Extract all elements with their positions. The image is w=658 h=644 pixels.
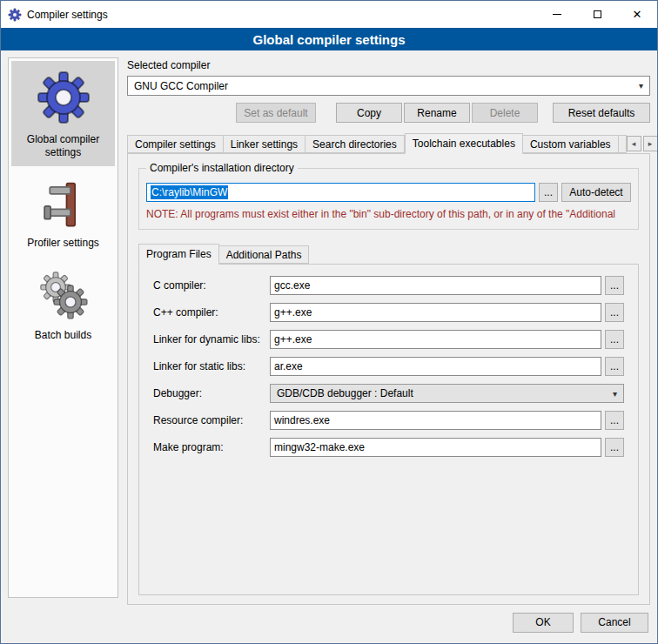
field-label: Debugger: bbox=[153, 387, 270, 399]
c-compiler-row: C compiler: ... bbox=[153, 276, 624, 295]
field-label: Linker for static libs: bbox=[153, 360, 270, 372]
settings-sidebar: Global compiler settings Profiler settin… bbox=[8, 57, 118, 598]
ok-button[interactable]: OK bbox=[513, 613, 574, 633]
tab-scroll-right-button[interactable]: ▸ bbox=[643, 136, 658, 151]
field-label: Resource compiler: bbox=[153, 414, 270, 426]
dialog-footer: OK Cancel bbox=[1, 608, 657, 643]
main-panel: Selected compiler GNU GCC Compiler ▾ Set… bbox=[127, 57, 650, 605]
tab-toolchain-executables[interactable]: Toolchain executables bbox=[405, 133, 523, 154]
field-label: Make program: bbox=[153, 441, 270, 453]
program-files-tab-bar: Program Files Additional Paths bbox=[138, 244, 639, 264]
install-dir-input[interactable]: C:\raylib\MinGW bbox=[146, 183, 535, 202]
profiler-clamp-icon bbox=[39, 180, 88, 229]
sidebar-item-label: Batch builds bbox=[35, 329, 91, 342]
tab-linker-settings[interactable]: Linker settings bbox=[224, 135, 306, 153]
debugger-combobox[interactable]: GDB/CDB debugger : Default ▾ bbox=[270, 384, 624, 403]
tab-scroll-arrows: ◂ ▸ bbox=[627, 136, 658, 153]
field-label: C++ compiler: bbox=[153, 306, 270, 319]
field-label: Linker for dynamic libs: bbox=[153, 333, 270, 345]
compiler-settings-window: Compiler settings ✕ Global compiler sett… bbox=[0, 0, 658, 644]
gray-gears-icon bbox=[37, 271, 90, 321]
subtab-program-files[interactable]: Program Files bbox=[138, 244, 219, 265]
install-dir-group-label: Compiler's installation directory bbox=[146, 162, 298, 174]
sidebar-item-batch-builds[interactable]: Batch builds bbox=[11, 262, 115, 349]
install-dir-groupbox: Compiler's installation directory C:\ray… bbox=[138, 168, 639, 230]
program-files-panel: C compiler: ... C++ compiler: ... bbox=[138, 264, 639, 595]
tab-scroll-left-button[interactable]: ◂ bbox=[627, 136, 641, 151]
browse-button[interactable]: ... bbox=[605, 438, 624, 457]
dynamic-linker-row: Linker for dynamic libs: ... bbox=[153, 330, 624, 349]
compiler-combobox[interactable]: GNU GCC Compiler ▾ bbox=[127, 76, 650, 96]
tab-build-options[interactable]: Build bbox=[619, 135, 627, 153]
titlebar: Compiler settings ✕ bbox=[1, 1, 657, 28]
delete-button[interactable]: Delete bbox=[472, 103, 538, 123]
compiler-actions-row: Set as default Copy Rename Delete Reset … bbox=[127, 103, 650, 123]
install-dir-value: C:\raylib\MinGW bbox=[151, 185, 228, 199]
close-icon: ✕ bbox=[633, 9, 642, 20]
subtab-additional-paths[interactable]: Additional Paths bbox=[219, 245, 310, 264]
browse-button[interactable]: ... bbox=[605, 303, 624, 322]
debugger-combobox-value: GDB/CDB debugger : Default bbox=[277, 387, 413, 399]
window-controls: ✕ bbox=[537, 1, 657, 28]
copy-button[interactable]: Copy bbox=[336, 103, 402, 123]
maximize-icon bbox=[594, 10, 601, 18]
c-compiler-input[interactable] bbox=[270, 276, 601, 295]
dialog-content: Global compiler settings Profiler settin… bbox=[1, 50, 657, 608]
dynamic-linker-input[interactable] bbox=[270, 330, 601, 349]
browse-button[interactable]: ... bbox=[605, 330, 624, 349]
static-linker-input[interactable] bbox=[270, 357, 601, 376]
chevron-down-icon: ▾ bbox=[613, 389, 617, 399]
sidebar-item-global-compiler-settings[interactable]: Global compiler settings bbox=[11, 61, 115, 166]
debugger-row: Debugger: GDB/CDB debugger : Default ▾ bbox=[153, 384, 624, 403]
cancel-button[interactable]: Cancel bbox=[581, 613, 648, 633]
make-program-input[interactable] bbox=[270, 438, 601, 457]
dialog-header: Global compiler settings bbox=[1, 28, 657, 50]
autodetect-button[interactable]: Auto-detect bbox=[561, 183, 631, 202]
minimize-button[interactable] bbox=[537, 1, 577, 28]
tab-compiler-settings[interactable]: Compiler settings bbox=[127, 135, 224, 153]
minimize-icon bbox=[553, 14, 561, 15]
cpp-compiler-row: C++ compiler: ... bbox=[153, 303, 624, 322]
selected-compiler-label: Selected compiler bbox=[127, 59, 650, 71]
install-dir-note: NOTE: All programs must exist either in … bbox=[146, 208, 631, 220]
sidebar-item-label: Profiler settings bbox=[27, 237, 99, 250]
set-as-default-button[interactable]: Set as default bbox=[236, 103, 316, 123]
install-dir-row: C:\raylib\MinGW ... Auto-detect bbox=[146, 183, 631, 202]
chevron-down-icon: ▾ bbox=[639, 81, 643, 91]
settings-tab-bar: Compiler settings Linker settings Search… bbox=[127, 133, 650, 153]
tab-search-directories[interactable]: Search directories bbox=[306, 135, 405, 153]
app-icon bbox=[8, 8, 22, 22]
toolchain-executables-panel: Compiler's installation directory C:\ray… bbox=[127, 153, 650, 605]
make-program-row: Make program: ... bbox=[153, 438, 624, 457]
sidebar-item-profiler-settings[interactable]: Profiler settings bbox=[11, 171, 115, 257]
resource-compiler-row: Resource compiler: ... bbox=[153, 411, 624, 430]
browse-button[interactable]: ... bbox=[605, 276, 624, 295]
reset-defaults-button[interactable]: Reset defaults bbox=[553, 103, 650, 123]
cpp-compiler-input[interactable] bbox=[270, 303, 601, 322]
browse-button[interactable]: ... bbox=[605, 411, 624, 430]
field-label: C compiler: bbox=[153, 279, 270, 292]
close-button[interactable]: ✕ bbox=[617, 1, 657, 28]
sidebar-item-label: Global compiler settings bbox=[15, 133, 111, 159]
blue-gear-icon bbox=[36, 70, 91, 125]
tab-custom-variables[interactable]: Custom variables bbox=[523, 135, 619, 153]
static-linker-row: Linker for static libs: ... bbox=[153, 357, 624, 376]
browse-button[interactable]: ... bbox=[605, 357, 624, 376]
install-dir-browse-button[interactable]: ... bbox=[539, 183, 558, 202]
resource-compiler-input[interactable] bbox=[270, 411, 601, 430]
maximize-button[interactable] bbox=[577, 1, 617, 28]
rename-button[interactable]: Rename bbox=[404, 103, 470, 123]
window-title: Compiler settings bbox=[27, 9, 108, 21]
compiler-combobox-value: GNU GCC Compiler bbox=[134, 80, 228, 92]
